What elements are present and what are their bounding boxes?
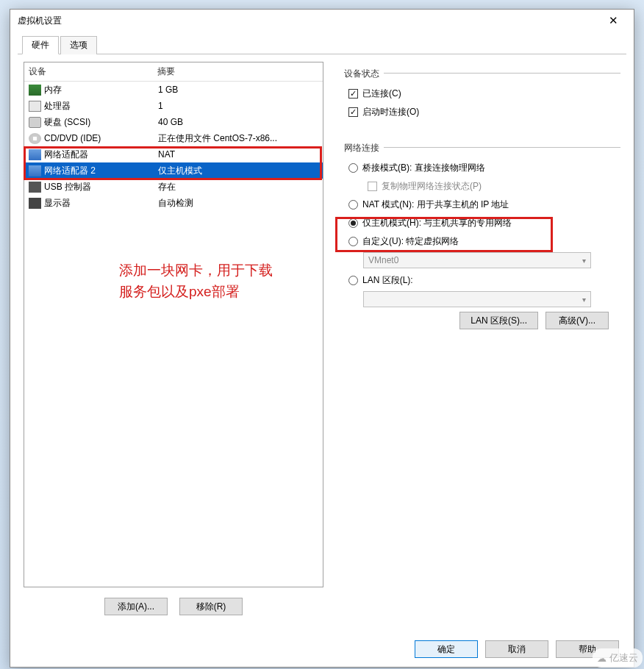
checkbox-icon <box>368 182 377 191</box>
cancel-button[interactable]: 取消 <box>485 640 548 658</box>
network-icon <box>29 149 41 160</box>
add-button[interactable]: 添加(A)... <box>104 598 168 615</box>
device-row-disk[interactable]: 硬盘 (SCSI) 40 GB <box>24 114 323 130</box>
cd-icon <box>29 133 41 144</box>
remove-button[interactable]: 移除(R) <box>179 598 243 615</box>
chevron-down-icon: ▾ <box>582 257 586 265</box>
hostonly-label: 仅主机模式(H): 与主机共享的专用网络 <box>362 217 512 229</box>
tab-options[interactable]: 选项 <box>60 36 97 54</box>
close-icon[interactable]: ✕ <box>598 11 628 30</box>
nat-radio-row[interactable]: NAT 模式(N): 用于共享主机的 IP 地址 <box>344 196 613 214</box>
lansegment-radio-row[interactable]: LAN 区段(L): <box>344 271 613 290</box>
radio-icon <box>348 200 358 210</box>
titlebar: 虚拟机设置 ✕ <box>10 10 634 32</box>
device-row-memory[interactable]: 内存 1 GB <box>24 82 323 98</box>
replicate-checkbox-row: 复制物理网络连接状态(P) <box>363 177 613 196</box>
col-summary-header: 摘要 <box>157 65 318 78</box>
network-icon <box>29 165 41 176</box>
memory-icon <box>29 85 41 96</box>
radio-icon <box>348 276 358 285</box>
replicate-label: 复制物理网络连接状态(P) <box>382 180 482 193</box>
disk-icon <box>29 117 41 128</box>
custom-radio-row[interactable]: 自定义(U): 特定虚拟网络 <box>344 232 613 251</box>
bridged-radio-row[interactable]: 桥接模式(B): 直接连接物理网络 <box>344 159 613 177</box>
lan-segments-button[interactable]: LAN 区段(S)... <box>459 312 538 329</box>
ok-button[interactable]: 确定 <box>415 640 478 658</box>
custom-label: 自定义(U): 特定虚拟网络 <box>362 235 459 248</box>
connect-poweron-label: 启动时连接(O) <box>362 106 419 118</box>
device-status-title: 设备状态 <box>344 68 613 80</box>
device-list-header: 设备 摘要 <box>24 62 323 82</box>
device-row-usb[interactable]: USB 控制器 存在 <box>24 179 323 195</box>
col-device-header: 设备 <box>29 65 157 78</box>
display-icon <box>29 198 41 209</box>
device-row-cddvd[interactable]: CD/DVD (IDE) 正在使用文件 CentOS-7-x86... <box>24 130 323 146</box>
chevron-down-icon: ▾ <box>582 296 586 304</box>
bridged-label: 桥接模式(B): 直接连接物理网络 <box>362 162 485 174</box>
network-connection-group: 网络连接 桥接模式(B): 直接连接物理网络 复制物理网络连接状态(P) NAT… <box>337 136 620 337</box>
connect-poweron-checkbox-row[interactable]: ✓ 启动时连接(O) <box>344 103 613 121</box>
lansegment-combo: ▾ <box>363 291 591 307</box>
device-row-netadapter[interactable]: 网络适配器 NAT <box>24 146 323 162</box>
hostonly-radio-row[interactable]: 仅主机模式(H): 与主机共享的专用网络 <box>344 214 613 232</box>
advanced-button[interactable]: 高级(V)... <box>545 312 609 329</box>
vmnet-combo: VMnet0 ▾ <box>363 252 591 268</box>
tab-hardware[interactable]: 硬件 <box>22 36 59 54</box>
device-status-group: 设备状态 ✓ 已连接(C) ✓ 启动时连接(O) <box>337 62 620 129</box>
radio-icon <box>348 237 358 246</box>
radio-icon <box>348 218 358 228</box>
cloud-icon: ☁ <box>597 653 607 664</box>
radio-icon <box>348 163 358 173</box>
watermark: ☁ 亿速云 <box>593 648 643 668</box>
connected-checkbox-row[interactable]: ✓ 已连接(C) <box>344 85 613 103</box>
device-list[interactable]: 设备 摘要 内存 1 GB 处理器 1 硬盘 (SCSI) 40 GB <box>24 62 323 587</box>
vm-settings-dialog: 虚拟机设置 ✕ 硬件 选项 设备 摘要 内存 1 GB <box>10 9 634 668</box>
tab-strip: 硬件 选项 <box>18 35 626 54</box>
network-connection-title: 网络连接 <box>344 142 613 154</box>
device-row-netadapter2[interactable]: 网络适配器 2 仅主机模式 <box>24 162 323 179</box>
dialog-button-row: 确定 取消 帮助 <box>10 633 634 667</box>
usb-icon <box>29 182 41 193</box>
device-row-cpu[interactable]: 处理器 1 <box>24 98 323 114</box>
lansegment-label: LAN 区段(L): <box>362 274 413 287</box>
checkbox-icon: ✓ <box>348 89 358 99</box>
nat-label: NAT 模式(N): 用于共享主机的 IP 地址 <box>362 198 509 211</box>
cpu-icon <box>29 101 41 112</box>
vmnet-value: VMnet0 <box>368 255 398 265</box>
checkbox-icon: ✓ <box>348 107 358 117</box>
device-row-display[interactable]: 显示器 自动检测 <box>24 195 323 211</box>
window-title: 虚拟机设置 <box>18 15 598 27</box>
connected-label: 已连接(C) <box>362 87 401 100</box>
